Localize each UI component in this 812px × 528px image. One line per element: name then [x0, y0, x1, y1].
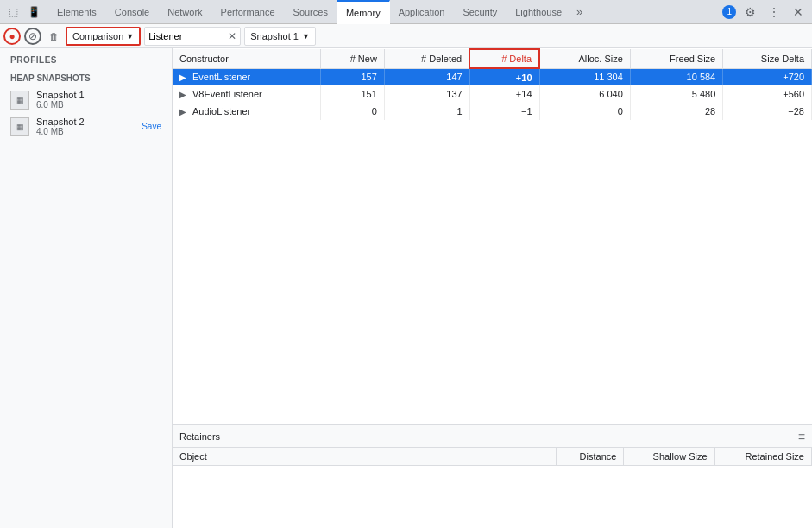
col-delta[interactable]: # Delta [469, 49, 539, 68]
table-row[interactable]: ▶AudioListener01−1028−28 [173, 103, 812, 120]
expand-icon[interactable]: ▶ [179, 90, 190, 99]
retainers-table: Object Distance Shallow Size Retained Si… [173, 448, 812, 466]
snapshot1-size: 6.0 MB [36, 100, 161, 110]
cell-new: 157 [321, 68, 385, 85]
col-constructor[interactable]: Constructor [173, 49, 321, 68]
device-icon[interactable]: 📱 [24, 3, 43, 22]
table-row[interactable]: ▶V8EventListener151137+146 0405 480+560 [173, 85, 812, 103]
cell-size-delta: −28 [723, 103, 812, 120]
tab-sources[interactable]: Sources [285, 0, 337, 24]
clear-profiles-button[interactable]: ⊘ [24, 28, 41, 45]
close-devtools-button[interactable]: ✕ [788, 2, 809, 22]
cell-alloc-size: 11 304 [539, 68, 630, 85]
cell-delta: −1 [469, 103, 539, 120]
snapshot2-size: 4.0 MB [36, 127, 135, 136]
cell-alloc-size: 6 040 [539, 85, 630, 103]
tab-network[interactable]: Network [159, 0, 211, 24]
cell-deleted: 137 [384, 85, 469, 103]
expand-icon[interactable]: ▶ [179, 107, 190, 116]
cell-deleted: 147 [384, 68, 469, 85]
ret-col-shallow-size[interactable]: Shallow Size [624, 448, 714, 466]
main-table-wrap: Constructor # New # Deleted # Delta Allo [173, 48, 812, 424]
retainers-menu-button[interactable]: ≡ [798, 430, 805, 443]
tab-security[interactable]: Security [454, 0, 507, 24]
cell-delta: +14 [469, 85, 539, 103]
cell-constructor: ▶AudioListener [173, 103, 321, 120]
snapshot2-save-button[interactable]: Save [142, 122, 161, 131]
col-alloc-size[interactable]: Alloc. Size [539, 49, 630, 68]
col-new[interactable]: # New [321, 49, 385, 68]
tab-performance[interactable]: Performance [212, 0, 285, 24]
col-freed-size[interactable]: Freed Size [630, 49, 722, 68]
filter-wrap: ✕ [144, 27, 241, 46]
heap-snapshots-title: HEAP SNAPSHOTS [0, 68, 172, 86]
content-area: Constructor # New # Deleted # Delta Allo [173, 48, 812, 528]
table-header-row: Constructor # New # Deleted # Delta Allo [173, 49, 812, 68]
snapshot1-name: Snapshot 1 [36, 90, 161, 100]
bottom-section: Retainers ≡ Object Distance [173, 424, 812, 528]
snapshot2-name: Snapshot 2 [36, 116, 135, 127]
tab-memory[interactable]: Memory [337, 0, 390, 24]
filter-input[interactable] [148, 31, 226, 41]
sidebar-item-snapshot1[interactable]: ▦ Snapshot 1 6.0 MB [0, 86, 172, 113]
notification-badge: 1 [722, 5, 736, 19]
table-body: ▶EventListener157147+1011 30410 584+720▶… [173, 68, 812, 120]
tab-bar-icons: ⬚ 📱 [3, 3, 43, 22]
cell-freed-size: 10 584 [630, 68, 722, 85]
tab-more-button[interactable]: » [571, 0, 588, 24]
retainers-header: Retainers ≡ [173, 425, 812, 448]
ret-col-distance[interactable]: Distance [556, 448, 624, 466]
snapshot2-icon: ▦ [10, 117, 29, 136]
cell-delta: +10 [469, 68, 539, 85]
main-table: Constructor # New # Deleted # Delta Allo [173, 48, 812, 120]
cell-freed-size: 5 480 [630, 85, 722, 103]
sidebar: Profiles HEAP SNAPSHOTS ▦ Snapshot 1 6.0… [0, 48, 173, 528]
cell-size-delta: +720 [723, 68, 812, 85]
inspect-icon[interactable]: ⬚ [3, 3, 22, 22]
ret-col-object[interactable]: Object [173, 448, 556, 466]
view-dropdown[interactable]: Comparison ▼ [66, 27, 141, 46]
more-options-button[interactable]: ⋮ [764, 2, 784, 22]
tab-console[interactable]: Console [106, 0, 159, 24]
col-size-delta[interactable]: Size Delta [723, 49, 812, 68]
profiles-title: Profiles [0, 48, 172, 68]
take-snapshot-button[interactable]: ● [3, 28, 21, 45]
cell-alloc-size: 0 [539, 103, 630, 120]
tab-lighthouse[interactable]: Lighthouse [507, 0, 571, 24]
tab-application[interactable]: Application [390, 0, 455, 24]
tab-elements[interactable]: Elements [48, 0, 106, 24]
col-deleted[interactable]: # Deleted [384, 49, 469, 68]
main-layout: Profiles HEAP SNAPSHOTS ▦ Snapshot 1 6.0… [0, 48, 812, 528]
tab-bar-right: 1 ⚙ ⋮ ✕ [722, 2, 809, 22]
settings-button[interactable]: ⚙ [740, 2, 760, 22]
cell-deleted: 1 [384, 103, 469, 120]
filter-clear-button[interactable]: ✕ [228, 30, 236, 42]
retainers-title: Retainers [179, 431, 220, 442]
delete-profile-button[interactable]: 🗑 [45, 28, 62, 45]
snapshot-selector-arrow-icon: ▼ [302, 32, 310, 41]
snapshot-selector[interactable]: Snapshot 1 ▼ [244, 27, 316, 46]
memory-toolbar: ● ⊘ 🗑 Comparison ▼ ✕ Snapshot 1 ▼ [0, 24, 812, 48]
cell-constructor: ▶V8EventListener [173, 85, 321, 103]
expand-icon[interactable]: ▶ [179, 72, 190, 82]
cell-freed-size: 28 [630, 103, 722, 120]
snapshot1-icon: ▦ [10, 91, 29, 110]
cell-new: 0 [321, 103, 385, 120]
sidebar-item-snapshot2[interactable]: ▦ Snapshot 2 4.0 MB Save [0, 113, 172, 140]
ret-col-retained-size[interactable]: Retained Size [714, 448, 811, 466]
retainers-header-row: Object Distance Shallow Size Retained Si… [173, 448, 812, 466]
table-row[interactable]: ▶EventListener157147+1011 30410 584+720 [173, 68, 812, 85]
cell-size-delta: +560 [723, 85, 812, 103]
cell-new: 151 [321, 85, 385, 103]
dropdown-arrow-icon: ▼ [126, 32, 134, 41]
retainers-table-wrap: Object Distance Shallow Size Retained Si… [173, 448, 812, 528]
cell-constructor: ▶EventListener [173, 68, 321, 85]
tab-bar: ⬚ 📱 Elements Console Network Performance… [0, 0, 812, 24]
